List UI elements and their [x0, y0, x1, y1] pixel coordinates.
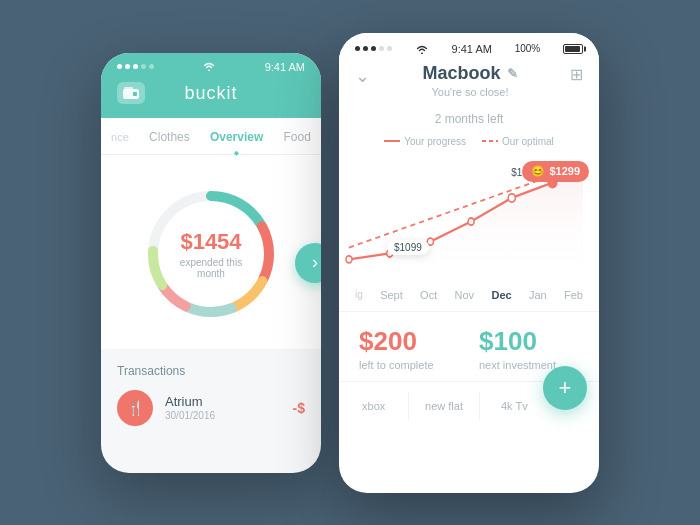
phone-left: 9:41 AM buckit nce Clothes Overview Food	[101, 53, 321, 473]
transaction-name: Atrium	[165, 394, 281, 409]
status-time: 9:41 AM	[265, 61, 305, 73]
phones-container: 9:41 AM buckit nce Clothes Overview Food	[101, 33, 599, 493]
bottom-xbox[interactable]: xbox	[339, 392, 409, 420]
right-status-time: 9:41 AM	[452, 43, 492, 55]
month-sept: Sept	[380, 289, 403, 301]
wifi-icon	[202, 61, 216, 73]
stat-amount-left: $200	[359, 326, 459, 357]
bubble-price: $1299	[549, 165, 580, 177]
back-arrow[interactable]: ⌄	[355, 65, 370, 87]
smiley-icon: 😊	[531, 165, 545, 178]
transaction-info: Atrium 30/01/2016	[165, 394, 281, 421]
tab-food[interactable]: Food	[278, 128, 317, 146]
transactions-section: Transactions 🍴 Atrium 30/01/2016 -$	[101, 350, 321, 473]
donut-section: $1454 expended this month	[101, 155, 321, 349]
month-oct: Oct	[420, 289, 437, 301]
legend-optimal: Our optimal	[482, 136, 554, 147]
chart-area: $1099 $1199 😊 $1299	[339, 153, 599, 283]
battery-bar	[563, 44, 583, 54]
signal-dots	[117, 64, 154, 69]
donut-amount: $1454	[174, 229, 249, 255]
wallet-icon	[117, 82, 145, 104]
transaction-item: 🍴 Atrium 30/01/2016 -$	[117, 390, 305, 426]
month-jan: Jan	[529, 289, 547, 301]
fab-button[interactable]: +	[543, 366, 587, 410]
tab-overview[interactable]: Overview	[204, 128, 269, 146]
stat-amount-right: $100	[479, 326, 579, 357]
price-1099: $1099	[387, 240, 429, 255]
months-left: 2 months left	[339, 108, 599, 136]
left-status-bar: 9:41 AM	[101, 53, 321, 77]
transaction-date: 30/01/2016	[165, 410, 281, 421]
month-feb: Feb	[564, 289, 583, 301]
tab-balance[interactable]: nce	[105, 129, 135, 145]
price-bubble: 😊 $1299	[522, 161, 589, 182]
detail-title-block: Macbook ✎ You're so close!	[370, 63, 570, 98]
svg-point-10	[346, 255, 352, 262]
right-signal	[355, 46, 392, 51]
chart-legend: Your progress Our optimal	[339, 136, 599, 153]
month-nov: Nov	[455, 289, 475, 301]
phone-right: 9:41 AM 100% ⌄ Macbook ✎ You're so close…	[339, 33, 599, 493]
transactions-title: Transactions	[117, 364, 305, 378]
edit-icon[interactable]: ✎	[507, 66, 518, 81]
legend-progress-label: Your progress	[404, 136, 466, 147]
svg-rect-1	[124, 87, 133, 90]
grid-icon[interactable]: ⊞	[570, 65, 583, 84]
donut-label: expended this month	[174, 257, 249, 279]
tab-clothes[interactable]: Clothes	[143, 128, 196, 146]
detail-header: ⌄ Macbook ✎ You're so close! ⊞	[339, 59, 599, 108]
legend-optimal-label: Our optimal	[502, 136, 554, 147]
nav-tabs: nce Clothes Overview Food	[101, 118, 321, 155]
stat-left: $200 left to complete	[359, 326, 459, 371]
bottom-new-flat[interactable]: new flat	[409, 392, 479, 420]
svg-rect-2	[133, 92, 137, 96]
macbook-title: Macbook	[422, 63, 500, 84]
right-wifi-icon	[415, 44, 429, 54]
fab-label: +	[559, 375, 572, 401]
transaction-icon: 🍴	[117, 390, 153, 426]
left-header: buckit	[101, 77, 321, 118]
x-axis: ig Sept Oct Nov Dec Jan Feb	[339, 283, 599, 301]
detail-subtitle: You're so close!	[370, 86, 570, 98]
donut-center: $1454 expended this month	[174, 229, 249, 279]
transaction-amount: -$	[293, 400, 305, 416]
detail-title: Macbook ✎	[370, 63, 570, 84]
donut-chart: $1454 expended this month	[136, 179, 286, 329]
svg-point-14	[508, 193, 515, 201]
stat-right: $100 next investment	[479, 326, 579, 371]
bottom-row: xbox new flat 4k Tv +	[339, 382, 599, 420]
svg-point-13	[468, 218, 474, 225]
month-aug: ig	[355, 289, 363, 300]
stat-label-left: left to complete	[359, 359, 459, 371]
legend-progress: Your progress	[384, 136, 466, 147]
battery-label: 100%	[515, 43, 541, 54]
right-status-bar: 9:41 AM 100%	[339, 33, 599, 59]
month-dec: Dec	[491, 289, 511, 301]
app-title: buckit	[184, 83, 237, 104]
